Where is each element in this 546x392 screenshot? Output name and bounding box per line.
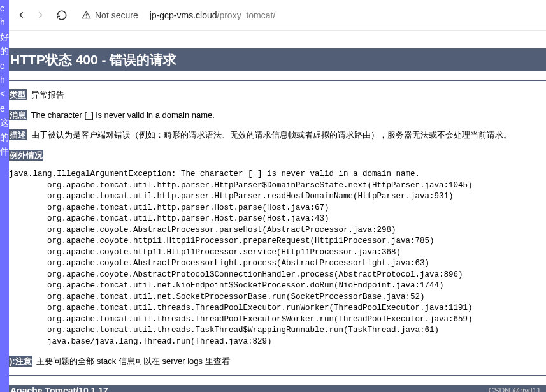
message-label: 消息: [9, 110, 27, 120]
description-text: 由于被认为是客户端对错误（例如：畸形的请求语法、无效的请求信息帧或者虚拟的请求路…: [31, 130, 512, 140]
reload-button[interactable]: [56, 10, 68, 21]
svg-point-1: [86, 17, 87, 17]
message-text: The character [_] is never valid in a do…: [31, 110, 215, 120]
exception-label: 例外情况: [9, 150, 43, 161]
browser-toolbar: Not secure jp-gcp-vms.cloud/proxy_tomcat…: [0, 0, 546, 31]
message-row: 消息 The character [_] is never valid in a…: [9, 109, 546, 122]
note-row: ):注意 主要问题的全部 stack 信息可以在 server logs 里查看: [9, 355, 546, 368]
exception-label-row: 例外情况: [9, 149, 546, 162]
back-button[interactable]: [15, 10, 27, 21]
watermark: CSDN @nvd11: [489, 386, 541, 393]
url-domain: jp-gcp-vms.cloud: [150, 10, 217, 20]
left-cropped-strip: c h 好 的 c h < e 这 的 件: [0, 0, 9, 392]
divider: [9, 375, 546, 376]
not-secure-icon: [82, 10, 91, 20]
note-label: ):注意: [9, 356, 32, 367]
type-row: 类型 异常报告: [9, 89, 546, 101]
description-label: 描述: [9, 129, 27, 140]
status-header: HTTP状态 400 - 错误的请求: [9, 48, 546, 71]
type-text: 异常报告: [31, 90, 64, 99]
url-path: /proxy_tomcat/: [217, 10, 276, 20]
page-content: HTTP状态 400 - 错误的请求 类型 异常报告 消息 The charac…: [0, 48, 546, 392]
divider: [9, 80, 546, 81]
security-label: Not secure: [95, 10, 138, 20]
type-label: 类型: [9, 89, 27, 100]
note-text: 主要问题的全部 stack 信息可以在 server logs 里查看: [36, 356, 229, 366]
server-footer: Apache Tomcat/10.1.17: [9, 385, 546, 393]
security-indicator[interactable]: Not secure: [82, 10, 138, 20]
description-row: 描述 由于被认为是客户端对错误（例如：畸形的请求语法、无效的请求信息帧或者虚拟的…: [9, 129, 546, 142]
forward-button[interactable]: [34, 10, 46, 21]
address-bar[interactable]: jp-gcp-vms.cloud/proxy_tomcat/: [150, 10, 276, 20]
stack-trace: java.lang.IllegalArgumentException: The …: [9, 169, 546, 347]
